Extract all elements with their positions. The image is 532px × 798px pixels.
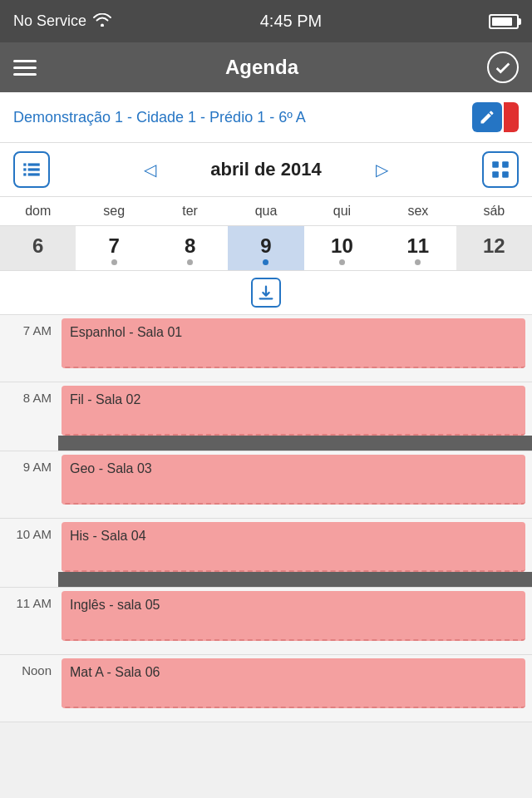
svg-rect-9 xyxy=(502,171,509,178)
time-label-noon: Noon xyxy=(0,655,58,677)
day-header-sex: sex xyxy=(380,200,456,222)
svg-rect-3 xyxy=(28,168,40,170)
time-label-9am: 9 AM xyxy=(0,451,58,474)
svg-rect-6 xyxy=(492,161,499,168)
next-month-button[interactable]: ▷ xyxy=(369,156,395,183)
nav-bar: Agenda xyxy=(0,42,532,92)
svg-rect-2 xyxy=(23,168,26,170)
time-content-7am: Espanhol - Sala 01 xyxy=(58,315,532,382)
time-slot-11am: 11 AM Inglês - sala 05 xyxy=(0,588,532,655)
svg-rect-1 xyxy=(28,163,40,165)
subtitle-text: Demonstração 1 - Cidade 1 - Prédio 1 - 6… xyxy=(13,109,472,126)
svg-rect-5 xyxy=(28,173,40,175)
time-slot-noon: Noon Mat A - Sala 06 xyxy=(0,655,532,722)
time-label-7am: 7 AM xyxy=(0,315,58,337)
day-numbers: 6 7 8 9 10 11 12 xyxy=(0,226,532,271)
battery-icon xyxy=(489,14,519,29)
wifi-icon xyxy=(93,13,111,30)
event-geo[interactable]: Geo - Sala 03 xyxy=(62,455,525,505)
grid-view-button[interactable] xyxy=(482,151,519,188)
day-header-seg: seg xyxy=(76,200,151,222)
day-headers: dom seg ter qua qui sex sáb xyxy=(0,197,532,226)
time-content-11am: Inglês - sala 05 xyxy=(58,588,532,654)
time-label-10am: 10 AM xyxy=(0,519,58,541)
day-header-dom: dom xyxy=(0,200,76,222)
day-header-qui: qui xyxy=(304,200,380,222)
day-cell-12[interactable]: 12 xyxy=(456,226,532,270)
prev-month-button[interactable]: ◁ xyxy=(137,156,163,183)
red-partial-icon xyxy=(504,102,519,132)
time-content-10am: His - Sala 04 xyxy=(58,519,532,587)
day-header-ter: ter xyxy=(152,200,228,222)
schedule: 7 AM Espanhol - Sala 01 8 AM Fil - Sala … xyxy=(0,315,532,722)
list-view-button[interactable] xyxy=(13,151,50,188)
day-cell-10[interactable]: 10 xyxy=(304,226,380,270)
dark-separator-8am xyxy=(58,436,532,451)
nav-title: Agenda xyxy=(225,56,298,79)
time-slot-10am: 10 AM His - Sala 04 xyxy=(0,519,532,588)
svg-rect-8 xyxy=(492,171,499,178)
time-label-8am: 8 AM xyxy=(0,382,58,405)
calendar-controls: ◁ abril de 2014 ▷ xyxy=(0,143,532,197)
signal-text: No Service xyxy=(13,12,86,30)
svg-rect-7 xyxy=(502,161,509,168)
dark-separator-10am xyxy=(58,572,532,587)
download-indicator xyxy=(0,271,532,315)
event-fil[interactable]: Fil - Sala 02 xyxy=(62,386,525,436)
time-content-8am: Fil - Sala 02 xyxy=(58,382,532,451)
time-content-9am: Geo - Sala 03 xyxy=(58,451,532,518)
time-slot-9am: 9 AM Geo - Sala 03 xyxy=(0,451,532,519)
day-cell-9[interactable]: 9 xyxy=(228,226,303,270)
event-espanhol[interactable]: Espanhol - Sala 01 xyxy=(62,318,525,368)
menu-button[interactable] xyxy=(13,60,37,76)
day-header-qua: qua xyxy=(228,200,303,222)
time-slot-8am: 8 AM Fil - Sala 02 xyxy=(0,382,532,451)
day-header-sab: sáb xyxy=(456,200,532,222)
event-mata[interactable]: Mat A - Sala 06 xyxy=(62,658,525,708)
time-content-noon: Mat A - Sala 06 xyxy=(58,655,532,722)
month-label: abril de 2014 xyxy=(183,159,349,180)
check-button[interactable] xyxy=(487,52,519,83)
svg-rect-4 xyxy=(23,173,26,175)
status-time: 4:45 PM xyxy=(260,12,322,31)
event-his[interactable]: His - Sala 04 xyxy=(62,522,525,572)
time-label-11am: 11 AM xyxy=(0,588,58,610)
day-cell-8[interactable]: 8 xyxy=(152,226,228,270)
day-cell-6[interactable]: 6 xyxy=(0,226,76,270)
svg-rect-0 xyxy=(23,163,26,165)
status-bar: No Service 4:45 PM xyxy=(0,0,532,42)
download-button[interactable] xyxy=(251,278,281,308)
event-ingles[interactable]: Inglês - sala 05 xyxy=(62,591,525,641)
day-cell-11[interactable]: 11 xyxy=(380,226,456,270)
subtitle-bar: Demonstração 1 - Cidade 1 - Prédio 1 - 6… xyxy=(0,92,532,143)
time-slot-7am: 7 AM Espanhol - Sala 01 xyxy=(0,315,532,382)
edit-button[interactable] xyxy=(472,102,502,132)
day-cell-7[interactable]: 7 xyxy=(76,226,151,270)
